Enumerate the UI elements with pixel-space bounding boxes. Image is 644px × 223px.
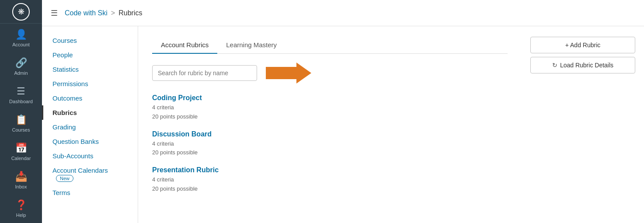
left-navigation: ❋ 👤 Account 🔗 Admin ☰ Dashboard 📋 Course…	[0, 0, 42, 223]
help-icon: ❓	[15, 199, 27, 211]
rubric-item-discussion-board: Discussion Board 4 criteria 20 points po…	[152, 130, 508, 158]
load-rubric-button[interactable]: ↻ Load Rubric Details	[530, 57, 635, 73]
breadcrumb-link[interactable]: Code with Ski	[65, 9, 108, 17]
nav-item-account[interactable]: 👤 Account	[0, 24, 42, 52]
right-panel: + Add Rubric ↻ Load Rubric Details	[522, 26, 644, 223]
nav-item-admin[interactable]: 🔗 Admin	[0, 52, 42, 80]
sidebar-item-grading[interactable]: Grading	[42, 120, 138, 134]
app-logo[interactable]: ❋	[0, 0, 42, 24]
nav-item-dashboard[interactable]: ☰ Dashboard	[0, 81, 42, 109]
body-area: Courses People Statistics Permissions Ou…	[42, 26, 644, 223]
add-rubric-button[interactable]: + Add Rubric	[530, 37, 635, 53]
tab-account-rubrics[interactable]: Account Rubrics	[152, 37, 217, 54]
tab-learning-mastery[interactable]: Learning Mastery	[217, 37, 285, 54]
sidebar-item-people[interactable]: People	[42, 48, 138, 62]
nav-item-calendar[interactable]: 📅 Calendar	[0, 138, 42, 166]
rubric-criteria-coding-project: 4 criteria	[152, 103, 508, 112]
search-input[interactable]	[152, 65, 257, 81]
search-row	[152, 63, 508, 84]
breadcrumb-current: Rubrics	[118, 9, 142, 17]
arrow-body	[266, 67, 296, 79]
rubric-points-presentation-rubric: 20 points possible	[152, 185, 508, 194]
sidebar: Courses People Statistics Permissions Ou…	[42, 26, 138, 223]
sidebar-item-account-calendars[interactable]: Account Calendars New	[42, 163, 138, 185]
rubric-points-coding-project: 20 points possible	[152, 112, 508, 122]
sidebar-item-rubrics[interactable]: Rubrics	[42, 105, 138, 120]
nav-item-help[interactable]: ❓ Help	[0, 195, 42, 223]
tabs-bar: Account Rubrics Learning Mastery	[152, 37, 508, 54]
rubric-title-discussion-board[interactable]: Discussion Board	[152, 130, 508, 138]
dashboard-icon: ☰	[17, 86, 25, 97]
account-icon: 👤	[15, 29, 27, 40]
calendar-icon: 📅	[15, 143, 27, 154]
top-header: ☰ Code with Ski > Rubrics	[42, 0, 644, 26]
courses-icon: 📋	[15, 114, 27, 125]
logo-icon: ❋	[12, 3, 30, 21]
content-area: Account Rubrics Learning Mastery Coding …	[138, 26, 522, 223]
sidebar-item-question-banks[interactable]: Question Banks	[42, 134, 138, 149]
main-container: ☰ Code with Ski > Rubrics Courses People…	[42, 0, 644, 223]
rubric-criteria-discussion-board: 4 criteria	[152, 139, 508, 149]
breadcrumb: Code with Ski > Rubrics	[65, 9, 142, 17]
nav-item-courses[interactable]: 📋 Courses	[0, 109, 42, 138]
rubric-title-coding-project[interactable]: Coding Project	[152, 94, 508, 102]
admin-icon: 🔗	[15, 57, 27, 69]
inbox-icon: 📥	[15, 171, 27, 182]
new-badge: New	[56, 175, 73, 182]
rubric-title-presentation-rubric[interactable]: Presentation Rubric	[152, 166, 508, 174]
sidebar-item-terms[interactable]: Terms	[42, 185, 138, 200]
rubric-criteria-presentation-rubric: 4 criteria	[152, 175, 508, 185]
sidebar-item-courses[interactable]: Courses	[42, 33, 138, 48]
sidebar-item-sub-accounts[interactable]: Sub-Accounts	[42, 149, 138, 163]
sidebar-item-outcomes[interactable]: Outcomes	[42, 91, 138, 105]
rubric-item-presentation-rubric: Presentation Rubric 4 criteria 20 points…	[152, 166, 508, 194]
sidebar-item-statistics[interactable]: Statistics	[42, 62, 138, 77]
arrow-indicator	[266, 63, 311, 84]
hamburger-icon[interactable]: ☰	[51, 8, 58, 18]
sidebar-item-permissions[interactable]: Permissions	[42, 77, 138, 91]
arrow-head	[296, 63, 311, 84]
load-icon: ↻	[552, 62, 557, 69]
breadcrumb-separator: >	[111, 9, 115, 17]
nav-item-inbox[interactable]: 📥 Inbox	[0, 166, 42, 195]
rubric-points-discussion-board: 20 points possible	[152, 148, 508, 157]
rubric-item-coding-project: Coding Project 4 criteria 20 points poss…	[152, 94, 508, 122]
